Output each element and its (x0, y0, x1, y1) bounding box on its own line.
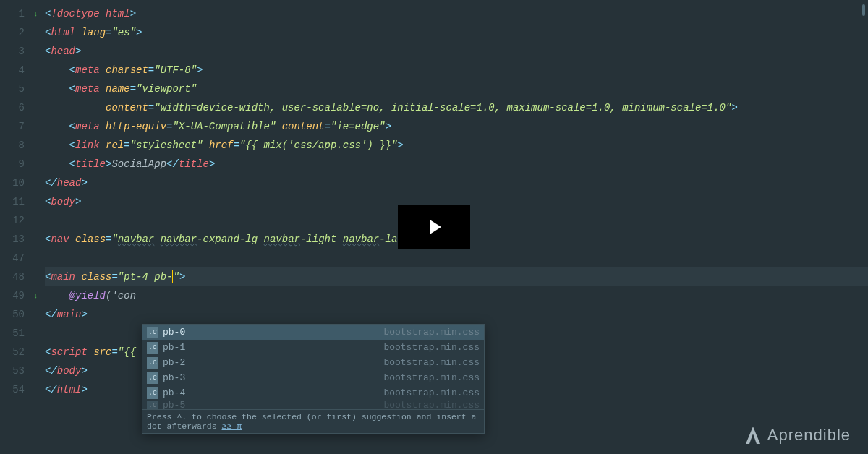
autocomplete-item[interactable]: .c pb-2 bootstrap.min.css (142, 355, 484, 370)
css-class-icon: .c (147, 342, 158, 354)
marker-gutter: ↓ ↓ (32, 4, 45, 450)
line-number-gutter: 1 2 3 4 5 6 7 8 9 10 11 12 13 47 48 49 5… (0, 4, 32, 450)
brand-text: Aprendible (767, 426, 851, 445)
autocomplete-label: pb-0 (163, 327, 383, 338)
autocomplete-source: bootstrap.min.css (383, 357, 480, 368)
code-line[interactable]: @yield('con (45, 286, 868, 305)
brand-logo-icon (744, 425, 762, 445)
code-line[interactable] (45, 249, 868, 267)
line-number: 4 (0, 61, 25, 80)
line-number: 54 (0, 380, 25, 399)
css-class-icon: .c (147, 401, 158, 409)
line-number: 53 (0, 361, 25, 380)
code-line[interactable]: <meta charset="UTF-8"> (45, 61, 868, 80)
line-number: 49 (0, 286, 25, 305)
line-number: 12 (0, 211, 25, 230)
css-class-icon: .c (147, 387, 158, 399)
autocomplete-item[interactable]: .c pb-4 bootstrap.min.css (142, 385, 484, 401)
code-line[interactable]: </head> (45, 174, 868, 192)
autocomplete-item[interactable]: .c pb-0 bootstrap.min.css (142, 325, 484, 340)
css-class-icon: .c (147, 372, 158, 384)
play-icon (422, 215, 446, 239)
line-number: 3 (0, 42, 25, 61)
scrollbar-thumb[interactable] (862, 4, 865, 16)
css-class-icon: .c (147, 327, 158, 338)
line-number: 1 (0, 4, 25, 23)
line-number: 50 (0, 305, 25, 324)
line-number: 5 (0, 80, 25, 98)
autocomplete-label: pb-1 (163, 342, 383, 353)
line-number: 48 (0, 267, 25, 286)
code-line[interactable]: <!doctype html> (45, 4, 868, 23)
code-line[interactable]: <meta http-equiv="X-UA-Compatible" conte… (45, 117, 868, 136)
line-number: 13 (0, 230, 25, 249)
change-marker-icon: ↓ (33, 286, 38, 305)
autocomplete-source: bootstrap.min.css (383, 372, 480, 383)
autocomplete-label: pb-4 (163, 387, 383, 398)
line-number: 10 (0, 174, 25, 192)
line-number: 7 (0, 117, 25, 136)
code-line[interactable]: <title>SocialApp</title> (45, 155, 868, 174)
code-line[interactable]: <link rel="stylesheet" href="{{ mix('css… (45, 136, 868, 155)
autocomplete-item[interactable]: .c pb-3 bootstrap.min.css (142, 370, 484, 385)
change-marker-icon: ↓ (33, 4, 38, 23)
code-line[interactable]: content="width=device-width, user-scalab… (45, 98, 868, 117)
brand-watermark: Aprendible (744, 425, 851, 445)
code-line[interactable]: <html lang="es"> (45, 23, 868, 42)
autocomplete-hint: Press ^. to choose the selected (or firs… (142, 409, 484, 433)
code-line[interactable]: <head> (45, 42, 868, 61)
autocomplete-label: pb-2 (163, 357, 383, 368)
autocomplete-label: pb-5 (163, 401, 383, 409)
line-number: 8 (0, 136, 25, 155)
autocomplete-source: bootstrap.min.css (383, 342, 480, 353)
autocomplete-source: bootstrap.min.css (383, 387, 480, 398)
autocomplete-item[interactable]: .c pb-1 bootstrap.min.css (142, 340, 484, 355)
line-number: 52 (0, 343, 25, 361)
line-number: 47 (0, 249, 25, 267)
play-button[interactable] (398, 205, 470, 249)
line-number: 9 (0, 155, 25, 174)
line-number: 11 (0, 192, 25, 211)
code-line[interactable]: </main> (45, 305, 868, 324)
autocomplete-popup[interactable]: .c pb-0 bootstrap.min.css .c pb-1 bootst… (142, 324, 485, 434)
code-line-active[interactable]: <main class="pt-4 pb-"> (45, 267, 868, 286)
line-number: 51 (0, 324, 25, 343)
autocomplete-item[interactable]: .c pb-5 bootstrap.min.css (142, 401, 484, 409)
autocomplete-source: bootstrap.min.css (383, 327, 480, 338)
autocomplete-label: pb-3 (163, 372, 383, 383)
css-class-icon: .c (147, 357, 158, 369)
autocomplete-source: bootstrap.min.css (383, 401, 480, 409)
line-number: 2 (0, 23, 25, 42)
line-number: 6 (0, 98, 25, 117)
hint-link[interactable]: ≥≥ π (222, 421, 242, 431)
code-line[interactable]: <meta name="viewport" (45, 80, 868, 98)
